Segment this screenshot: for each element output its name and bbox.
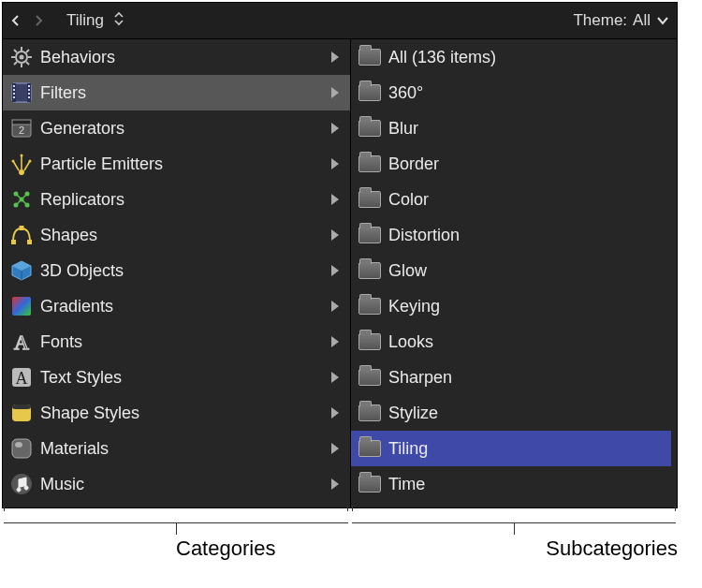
svg-point-29 (12, 160, 15, 163)
subcategory-label: Color (388, 190, 429, 210)
folder-icon (357, 222, 383, 248)
svg-rect-20 (28, 96, 30, 98)
category-label: 3D Objects (40, 261, 124, 281)
category-row[interactable]: Replicators (3, 182, 350, 217)
category-label: Generators (40, 119, 124, 139)
category-row[interactable]: Photos (3, 502, 350, 507)
disclosure-icon (331, 51, 339, 63)
subcategory-label: Stylize (388, 404, 438, 423)
category-row[interactable]: Gradients (3, 288, 350, 324)
forward-button[interactable] (33, 15, 44, 26)
music-icon (8, 471, 35, 497)
svg-text:A: A (14, 331, 29, 354)
chevron-down-icon (656, 11, 669, 30)
subcategory-row[interactable]: 360° (351, 75, 671, 110)
clapboard-icon: 2 (8, 115, 35, 141)
subcategory-row[interactable]: Border (351, 146, 671, 182)
svg-rect-41 (12, 297, 31, 316)
annotation-categories: Categories (2, 510, 350, 570)
subcategory-row[interactable]: Sharpen (351, 360, 671, 395)
svg-line-6 (26, 62, 29, 65)
category-row[interactable]: 2Generators (3, 110, 350, 146)
back-button[interactable] (10, 15, 22, 26)
path-label: Tiling (66, 11, 104, 30)
filmstrip-icon (8, 80, 35, 106)
folder-icon (357, 507, 383, 507)
category-label: Behaviors (40, 48, 115, 67)
subcategory-row[interactable]: Glow (351, 253, 671, 288)
shape-icon (8, 222, 35, 248)
svg-point-24 (19, 169, 24, 175)
category-row[interactable]: Behaviors (3, 39, 350, 75)
svg-rect-17 (28, 85, 30, 87)
subcategory-row[interactable]: Stylize (351, 395, 671, 431)
subcategory-row[interactable]: Color (351, 182, 671, 217)
category-row[interactable]: Filters (3, 75, 350, 110)
subcategory-row[interactable]: Blur (351, 110, 671, 146)
svg-rect-14 (13, 89, 15, 91)
disclosure-icon (331, 123, 339, 134)
category-label: Replicators (40, 190, 124, 210)
svg-rect-15 (13, 93, 15, 95)
cube-icon (8, 257, 35, 284)
category-row[interactable]: Shape Styles (3, 395, 350, 431)
toolbar: Tiling Theme: All (3, 3, 677, 38)
subcategory-row[interactable]: Distortion (351, 217, 671, 253)
svg-line-27 (24, 161, 30, 170)
category-row[interactable]: Materials (3, 431, 350, 466)
category-label: Gradients (40, 297, 113, 316)
category-row[interactable]: AText Styles (3, 360, 350, 395)
svg-rect-38 (11, 240, 16, 244)
subcategory-label: Sharpen (388, 368, 452, 388)
subcategory-label: Border (388, 154, 439, 174)
category-row[interactable]: Music (3, 466, 350, 502)
category-label: Filters (40, 83, 86, 103)
disclosure-icon (331, 194, 339, 205)
theme-label: Theme: (573, 11, 627, 30)
disclosure-icon (331, 87, 339, 98)
folder-icon (357, 364, 383, 390)
folder-icon (357, 329, 383, 355)
svg-text:2: 2 (19, 125, 24, 136)
annotation-label-left: Categories (176, 537, 275, 561)
category-label: Text Styles (40, 368, 122, 388)
subcategory-row[interactable]: Video (351, 502, 671, 507)
svg-rect-46 (12, 404, 31, 409)
subcategory-label: Glow (388, 261, 427, 281)
category-row[interactable]: 3D Objects (3, 253, 350, 288)
subcategory-row[interactable]: Tiling (351, 431, 671, 466)
folder-icon (357, 293, 383, 319)
path-popup[interactable]: Tiling (66, 11, 124, 31)
disclosure-icon (331, 265, 339, 276)
category-row[interactable]: AFonts (3, 324, 350, 360)
library-panel: Tiling Theme: All BehaviorsFilters2Gener… (2, 2, 678, 508)
disclosure-icon (331, 478, 339, 490)
disclosure-icon (331, 443, 339, 454)
folder-icon (357, 115, 383, 141)
subcategory-row[interactable]: Keying (351, 288, 671, 324)
category-row[interactable]: Shapes (3, 217, 350, 253)
svg-rect-19 (28, 93, 30, 95)
subcategory-row[interactable]: Time (351, 466, 671, 502)
subcategory-row[interactable]: All (136 items) (351, 39, 671, 75)
subcategory-row[interactable]: Looks (351, 324, 671, 360)
subcategory-label: All (136 items) (388, 48, 496, 67)
svg-point-48 (15, 442, 22, 448)
folder-icon (357, 80, 383, 106)
disclosure-icon (331, 301, 339, 312)
subcategory-label: 360° (388, 83, 423, 103)
svg-rect-47 (12, 439, 31, 458)
category-label: Materials (40, 439, 109, 459)
svg-rect-18 (28, 89, 30, 91)
svg-line-7 (26, 50, 29, 52)
category-label: Shapes (40, 226, 97, 245)
folder-icon (357, 186, 383, 213)
category-label: Particle Emitters (40, 154, 163, 174)
subcategory-label: Blur (388, 119, 418, 139)
annotation-label-right: Subcategories (546, 537, 678, 561)
svg-rect-16 (13, 96, 15, 98)
theme-popup[interactable]: Theme: All (573, 11, 669, 30)
category-row[interactable]: Particle Emitters (3, 146, 350, 182)
svg-line-8 (14, 62, 17, 65)
folder-icon (357, 257, 383, 284)
